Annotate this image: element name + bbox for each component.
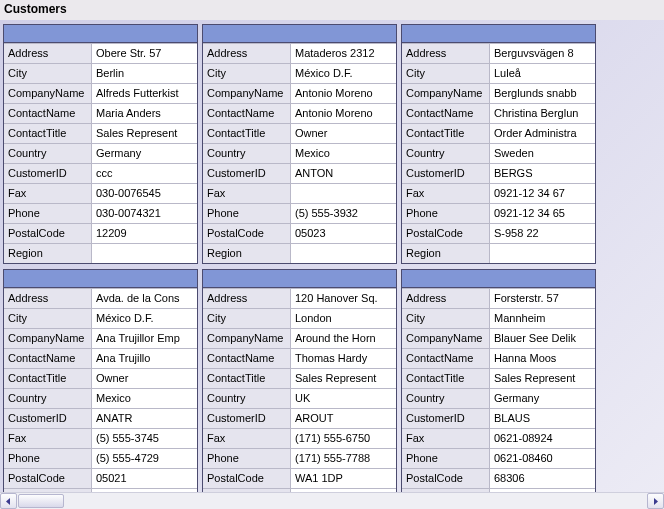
field-value[interactable] [490,244,595,263]
card-header[interactable] [402,25,595,43]
field-label: CustomerID [402,409,490,428]
scroll-right-button[interactable] [647,493,664,509]
field-row: CompanyNameBerglunds snabb [402,83,595,103]
scroll-track[interactable] [17,493,647,509]
field-value[interactable]: Blauer See Delik [490,329,595,348]
field-value[interactable]: Antonio Moreno [291,104,396,123]
field-value[interactable]: 120 Hanover Sq. [291,289,396,308]
field-value[interactable]: Berguvsvägen 8 [490,44,595,63]
field-row: AddressMataderos 2312 [203,43,396,63]
field-value[interactable]: AROUT [291,409,396,428]
field-value[interactable]: Maria Anders [92,104,197,123]
field-value[interactable] [92,244,197,263]
field-row: AddressBerguvsvägen 8 [402,43,595,63]
field-value[interactable] [291,244,396,263]
field-value[interactable]: Berglunds snabb [490,84,595,103]
field-value[interactable]: Forsterstr. 57 [490,289,595,308]
horizontal-scrollbar[interactable] [0,492,664,509]
field-value[interactable]: 0621-08924 [490,429,595,448]
field-value[interactable]: Germany [490,389,595,408]
field-value[interactable]: (5) 555-4729 [92,449,197,468]
customer-card[interactable]: AddressBerguvsvägen 8CityLuleåCompanyNam… [401,24,596,264]
field-value[interactable]: Sales Represent [92,124,197,143]
field-label: CompanyName [203,329,291,348]
field-value[interactable]: Luleå [490,64,595,83]
field-row: Phone(171) 555-7788 [203,448,396,468]
field-value[interactable]: London [291,309,396,328]
field-value[interactable]: Ana Trujillor Emp [92,329,197,348]
field-label: ContactTitle [4,124,92,143]
field-value[interactable]: Sales Represent [291,369,396,388]
field-value[interactable]: Ana Trujillo [92,349,197,368]
field-label: ContactName [4,349,92,368]
customer-card[interactable]: AddressObere Str. 57CityBerlinCompanyNam… [3,24,198,264]
field-value[interactable]: 68306 [490,469,595,488]
field-value[interactable]: Mexico [92,389,197,408]
field-value[interactable]: Order Administra [490,124,595,143]
field-row: CustomerIDAROUT [203,408,396,428]
field-value[interactable]: ANTON [291,164,396,183]
field-row: Phone(5) 555-4729 [4,448,197,468]
field-value[interactable]: Sweden [490,144,595,163]
field-value[interactable]: 0621-08460 [490,449,595,468]
field-value[interactable]: BLAUS [490,409,595,428]
card-header[interactable] [4,25,197,43]
field-value[interactable]: México D.F. [92,309,197,328]
field-value[interactable]: Sales Represent [490,369,595,388]
field-value[interactable] [291,184,396,203]
field-value[interactable]: BERGS [490,164,595,183]
field-value[interactable]: Germany [92,144,197,163]
field-value[interactable]: 0921-12 34 67 [490,184,595,203]
field-value[interactable]: (5) 555-3745 [92,429,197,448]
field-row: Phone030-0074321 [4,203,197,223]
field-label: PostalCode [203,469,291,488]
field-value[interactable]: Avda. de la Cons [92,289,197,308]
field-value[interactable]: Berlin [92,64,197,83]
field-value[interactable]: Alfreds Futterkist [92,84,197,103]
field-value[interactable]: S-958 22 [490,224,595,243]
customer-card[interactable]: AddressForsterstr. 57CityMannheimCompany… [401,269,596,493]
field-value[interactable]: Around the Horn [291,329,396,348]
field-value[interactable]: (171) 555-6750 [291,429,396,448]
field-value[interactable]: 0921-12 34 65 [490,204,595,223]
field-value[interactable]: (5) 555-3932 [291,204,396,223]
field-row: ContactTitleOwner [4,368,197,388]
field-value[interactable]: 030-0076545 [92,184,197,203]
field-row: CityMéxico D.F. [203,63,396,83]
card-header[interactable] [203,270,396,288]
field-value[interactable]: Owner [291,124,396,143]
field-value[interactable]: Obere Str. 57 [92,44,197,63]
field-value[interactable]: Christina Berglun [490,104,595,123]
card-header[interactable] [402,270,595,288]
customer-card[interactable]: AddressAvda. de la ConsCityMéxico D.F.Co… [3,269,198,493]
card-header[interactable] [4,270,197,288]
field-value[interactable]: Owner [92,369,197,388]
field-value[interactable]: UK [291,389,396,408]
field-value[interactable]: 12209 [92,224,197,243]
field-value[interactable]: Hanna Moos [490,349,595,368]
field-value[interactable]: WA1 1DP [291,469,396,488]
field-value[interactable]: Mexico [291,144,396,163]
field-value[interactable]: 05021 [92,469,197,488]
scroll-thumb[interactable] [18,494,64,508]
field-row: Fax0921-12 34 67 [402,183,595,203]
field-value[interactable]: ccc [92,164,197,183]
scroll-left-button[interactable] [0,493,17,509]
field-row: PostalCodeWA1 1DP [203,468,396,488]
field-value[interactable]: Mataderos 2312 [291,44,396,63]
field-value[interactable]: Mannheim [490,309,595,328]
field-label: Country [203,389,291,408]
field-value[interactable]: Thomas Hardy [291,349,396,368]
field-row: CustomerIDANATR [4,408,197,428]
field-label: CustomerID [4,409,92,428]
card-header[interactable] [203,25,396,43]
field-value[interactable]: 030-0074321 [92,204,197,223]
field-value[interactable]: México D.F. [291,64,396,83]
customer-card[interactable]: Address120 Hanover Sq.CityLondonCompanyN… [202,269,397,493]
field-value[interactable]: 05023 [291,224,396,243]
field-value[interactable]: Antonio Moreno [291,84,396,103]
field-value[interactable]: ANATR [92,409,197,428]
customer-card[interactable]: AddressMataderos 2312CityMéxico D.F.Comp… [202,24,397,264]
field-value[interactable]: (171) 555-7788 [291,449,396,468]
field-label: ContactName [203,349,291,368]
